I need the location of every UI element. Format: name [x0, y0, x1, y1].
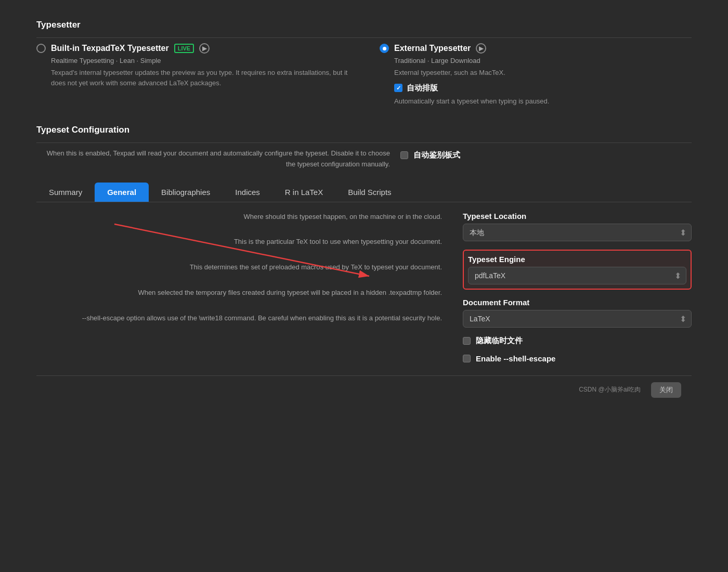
- engine-desc: This is the particular TeX tool to use w…: [36, 237, 442, 248]
- section-divider-1: [36, 37, 692, 38]
- shell-escape-checkbox-label: Enable --shell-escape: [476, 354, 555, 363]
- external-option[interactable]: External Typesetter ▶ Traditional · Larg…: [380, 43, 692, 106]
- format-select[interactable]: LaTeX Plain TeX ConTeXt: [463, 310, 692, 328]
- external-info-icon[interactable]: ▶: [476, 43, 486, 54]
- auto-detect-checkbox[interactable]: [400, 151, 408, 159]
- engine-label: Typeset Engine: [468, 255, 686, 264]
- shell-escape-checkbox[interactable]: [463, 355, 471, 362]
- config-section: Typeset Configuration When this is enabl…: [36, 116, 692, 183]
- location-select[interactable]: 本地 Cloud: [463, 224, 692, 241]
- builtin-info-icon[interactable]: ▶: [199, 43, 210, 54]
- config-control[interactable]: 自动鉴别板式: [400, 148, 460, 160]
- engine-select-wrapper: pdfLaTeX XeLaTeX LuaLaTeX pTeX upTeX ⬍: [468, 267, 686, 284]
- hide-temp-label: 隐藏临时文件: [476, 336, 523, 346]
- format-field-group: Document Format LaTeX Plain TeX ConTeXt …: [463, 298, 692, 328]
- auto-typeset-label: 自动排版: [407, 83, 438, 93]
- tab-build-scripts[interactable]: Build Scripts: [335, 183, 404, 202]
- typesetter-row: Built-in TexpadTeX Typesetter LIVE ▶ Rea…: [36, 43, 692, 111]
- live-badge: LIVE: [174, 44, 194, 53]
- config-description: When this is enabled, Texpad will read y…: [36, 148, 390, 170]
- tab-summary[interactable]: Summary: [36, 183, 95, 202]
- engine-select[interactable]: pdfLaTeX XeLaTeX LuaLaTeX pTeX upTeX: [468, 267, 686, 284]
- auto-detect-label: 自动鉴别板式: [413, 150, 460, 160]
- config-section-title: Typeset Configuration: [36, 125, 692, 135]
- watermark: CSDN @小脑斧ai吃肉: [579, 385, 641, 394]
- tabs-bar: Summary General Bibliographies Indices R…: [36, 183, 692, 202]
- tab-indices[interactable]: Indices: [223, 183, 272, 202]
- macros-row: This determines the set of preloaded mac…: [36, 262, 442, 273]
- tab-r-in-latex[interactable]: R in LaTeX: [272, 183, 335, 202]
- right-panel: Typeset Location 本地 Cloud ⬍ Typeset Engi…: [463, 212, 692, 365]
- engine-field-group: Typeset Engine pdfLaTeX XeLaTeX LuaLaTeX…: [463, 250, 692, 290]
- format-select-wrapper: LaTeX Plain TeX ConTeXt ⬍: [463, 310, 692, 328]
- builtin-option[interactable]: Built-in TexpadTeX Typesetter LIVE ▶ Rea…: [36, 43, 348, 106]
- section-divider-2: [36, 142, 692, 143]
- shell-escape-desc: --shell-escape option allows use of the …: [36, 313, 442, 324]
- macros-desc: This determines the set of preloaded mac…: [36, 262, 442, 273]
- tab-bibliographies[interactable]: Bibliographies: [149, 183, 223, 202]
- format-label: Document Format: [463, 298, 692, 307]
- auto-typeset-desc: Automatically start a typeset when typin…: [394, 96, 692, 107]
- left-panel: Where should this typeset happen, on the…: [36, 212, 442, 365]
- external-subtitle: Traditional · Large Download: [394, 57, 692, 64]
- location-row: Where should this typeset happen, on the…: [36, 212, 442, 223]
- auto-typeset-checkbox[interactable]: [394, 84, 402, 92]
- temp-files-row: When selected the temporary files create…: [36, 288, 442, 298]
- builtin-desc: Texpad's internal typesetter updates the…: [51, 68, 348, 88]
- content-area: Where should this typeset happen, on the…: [36, 212, 692, 365]
- location-select-wrapper: 本地 Cloud ⬍: [463, 224, 692, 241]
- close-button[interactable]: 关闭: [651, 382, 681, 398]
- external-radio[interactable]: [380, 44, 389, 53]
- shell-escape-row: --shell-escape option allows use of the …: [36, 313, 442, 324]
- builtin-subtitle: Realtime Typesetting · Lean · Simple: [51, 57, 348, 64]
- typesetter-section-title: Typesetter: [36, 20, 692, 30]
- location-label: Typeset Location: [463, 212, 692, 220]
- shell-escape-checkbox-row[interactable]: Enable --shell-escape: [463, 354, 692, 363]
- builtin-radio[interactable]: [36, 44, 46, 53]
- location-desc: Where should this typeset happen, on the…: [36, 212, 442, 223]
- bottom-bar: CSDN @小脑斧ai吃肉 关闭: [36, 375, 692, 404]
- external-desc: External typesetter, such as MacTeX.: [394, 68, 692, 78]
- auto-typeset-row[interactable]: 自动排版: [394, 83, 692, 93]
- external-label: External Typesetter: [394, 44, 471, 53]
- location-field-group: Typeset Location 本地 Cloud ⬍: [463, 212, 692, 241]
- hide-temp-checkbox[interactable]: [463, 337, 471, 345]
- tabs-content-area: Summary General Bibliographies Indices R…: [36, 183, 692, 365]
- hide-temp-row[interactable]: 隐藏临时文件: [463, 336, 692, 346]
- temp-files-desc: When selected the temporary files create…: [36, 288, 442, 298]
- engine-row: This is the particular TeX tool to use w…: [36, 237, 442, 248]
- config-desc-row: When this is enabled, Texpad will read y…: [36, 148, 692, 170]
- builtin-label: Built-in TexpadTeX Typesetter: [51, 44, 169, 53]
- tab-general[interactable]: General: [95, 183, 149, 202]
